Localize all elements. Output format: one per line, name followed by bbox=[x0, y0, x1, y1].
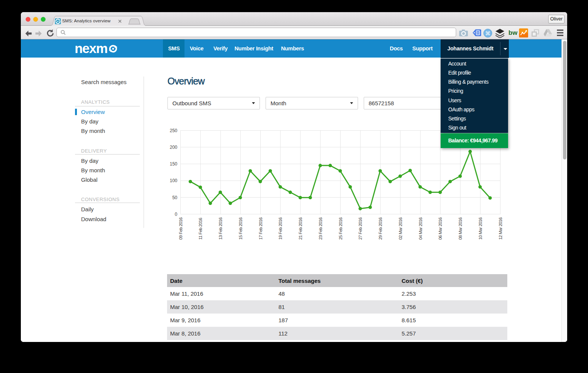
svg-text:08 Mar 2016: 08 Mar 2016 bbox=[458, 217, 463, 240]
svg-text:13 Feb 2016: 13 Feb 2016 bbox=[218, 217, 223, 240]
svg-text:15 Feb 2016: 15 Feb 2016 bbox=[238, 217, 243, 240]
svg-text:21 Feb 2016: 21 Feb 2016 bbox=[298, 217, 303, 240]
svg-text:200: 200 bbox=[170, 145, 177, 150]
svg-text:0: 0 bbox=[175, 212, 177, 217]
svg-text:09 Feb 2016: 09 Feb 2016 bbox=[178, 217, 183, 240]
svg-text:29 Feb 2016: 29 Feb 2016 bbox=[378, 217, 383, 240]
svg-text:12 Mar 2016: 12 Mar 2016 bbox=[498, 217, 503, 240]
svg-text:100: 100 bbox=[170, 178, 177, 183]
svg-text:06 Mar 2016: 06 Mar 2016 bbox=[438, 217, 443, 240]
svg-text:17 Feb 2016: 17 Feb 2016 bbox=[258, 217, 263, 240]
svg-text:11 Feb 2016: 11 Feb 2016 bbox=[198, 218, 203, 240]
svg-text:27 Feb 2016: 27 Feb 2016 bbox=[358, 217, 363, 240]
svg-text:250: 250 bbox=[170, 128, 177, 133]
svg-text:04 Mar 2016: 04 Mar 2016 bbox=[418, 217, 423, 240]
svg-text:⌘: ⌘ bbox=[485, 30, 491, 36]
svg-text:19 Feb 2016: 19 Feb 2016 bbox=[278, 217, 283, 240]
svg-text:23 Feb 2016: 23 Feb 2016 bbox=[318, 217, 323, 240]
svg-text:50: 50 bbox=[172, 195, 178, 200]
svg-text:25 Feb 2016: 25 Feb 2016 bbox=[338, 217, 343, 240]
svg-text:150: 150 bbox=[170, 161, 177, 167]
svg-text:10 Mar 2016: 10 Mar 2016 bbox=[478, 217, 483, 240]
svg-text:02 Mar 2016: 02 Mar 2016 bbox=[398, 217, 403, 240]
